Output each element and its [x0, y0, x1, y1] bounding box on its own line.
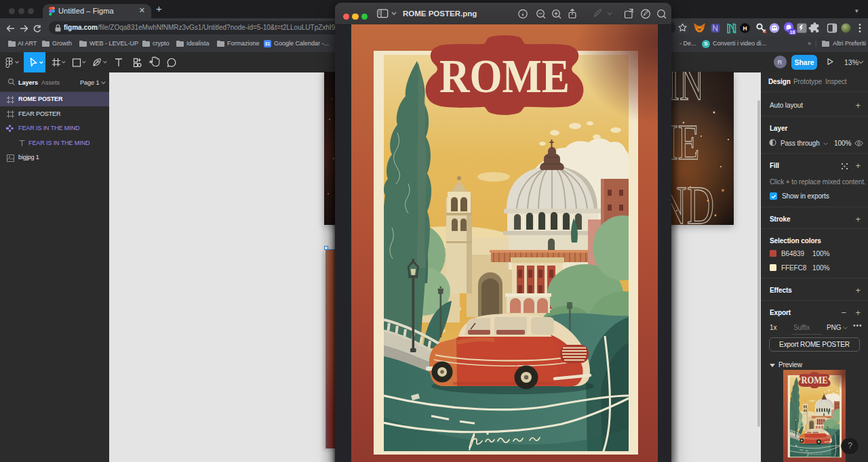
svg-text:H: H: [743, 25, 747, 32]
svg-text:18: 18: [790, 30, 795, 35]
